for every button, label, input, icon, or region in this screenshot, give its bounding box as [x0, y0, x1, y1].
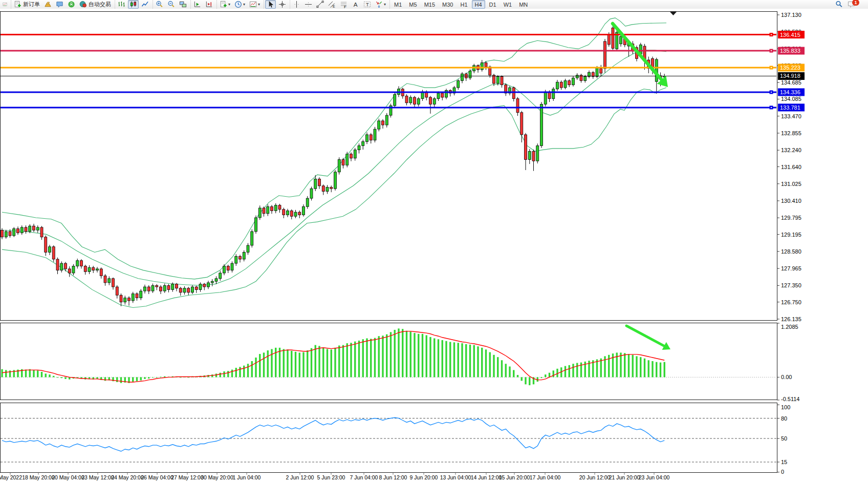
time-tick-label: 8 Jun 12:00 [379, 474, 407, 480]
time-tick-label: 7 Jun 04:00 [350, 474, 378, 480]
svg-text:E: E [333, 5, 335, 8]
clipped-chart-icon [1, 0, 9, 9]
periods-button[interactable]: ▾ [233, 0, 247, 9]
time-tick-label: 14 Jun 12:00 [471, 474, 502, 480]
zoom-out-button[interactable] [166, 0, 177, 9]
price-tick-label: 131.025 [781, 181, 801, 187]
price-tick-label: 129.795 [781, 215, 801, 221]
search-button[interactable] [834, 0, 845, 9]
price-axis: 137.130136.520135.910135.295134.685134.0… [777, 12, 801, 322]
timeframe-m15-button[interactable]: M15 [421, 0, 438, 9]
timeframe-m5-button[interactable]: M5 [406, 0, 420, 9]
new-order-button[interactable]: 新订单 [12, 0, 41, 9]
autotrading-button[interactable]: 自动交易 [78, 0, 113, 9]
bar-chart-button[interactable] [116, 0, 127, 9]
mt4-terminal: 新订单自动交易▾▾▾EFAT▾M1M5M15M30H1H4D1W1MN 1 US… [0, 0, 868, 482]
candles-icon [129, 1, 137, 8]
time-tick-label: 15 Jun 20:00 [499, 474, 530, 480]
zoomout-icon [167, 1, 175, 8]
rsi-tick-label: 50 [781, 435, 787, 442]
bars-icon [118, 1, 125, 8]
indicators-button[interactable]: ▾ [218, 0, 232, 9]
candlestick-chart-button[interactable] [128, 0, 139, 9]
time-tick-label: 20 May 04:00 [52, 474, 84, 480]
chat-icon [56, 1, 63, 8]
timeframe-w1-button[interactable]: W1 [501, 0, 515, 9]
price-tick-label: 132.240 [781, 147, 801, 153]
crosshair-button[interactable] [277, 0, 288, 9]
vertical-line-button[interactable] [291, 0, 302, 9]
svg-text:T: T [366, 2, 369, 7]
price-tick-label: 126.750 [781, 299, 801, 305]
time-tick-label: 23 May 12:00 [81, 474, 114, 480]
price-badge-133.781-text: 133.781 [780, 104, 800, 111]
timeframe-h4-button[interactable]: H4 [472, 0, 485, 9]
template-icon [249, 1, 257, 8]
price-tick-label: 134.085 [781, 96, 801, 102]
cursor-button[interactable] [265, 0, 276, 9]
toolbar-group-objects-menus: ▾▾▾ [216, 0, 263, 9]
bid-price-badge-text: 134.918 [780, 73, 800, 79]
clock-icon [234, 1, 242, 8]
chevron-down-icon: ▾ [228, 2, 230, 7]
neworder-icon [14, 1, 21, 8]
notifications-button[interactable]: 1 [846, 0, 864, 9]
shapes-icon [375, 1, 383, 8]
timeframe-mn-button[interactable]: MN [516, 0, 531, 9]
price-tick-label: 137.130 [781, 12, 801, 18]
signals-button[interactable] [66, 0, 77, 9]
price-tick-label: 131.640 [781, 164, 801, 170]
time-tick-label: 2 Jun 12:00 [286, 474, 314, 480]
new-order-button-label: 新订单 [23, 1, 40, 8]
chartshift-icon [205, 1, 213, 8]
crosshair-icon [278, 1, 286, 8]
fibo-icon: F [340, 1, 348, 8]
line-chart-button[interactable] [140, 0, 150, 9]
trendline-button[interactable] [315, 0, 326, 9]
zoom-in-button[interactable] [154, 0, 165, 9]
tile-windows-button[interactable] [178, 0, 188, 9]
toolbar-group-pointer [264, 0, 289, 9]
price-tick-label: 130.410 [781, 198, 801, 204]
timeframe-d1-button[interactable]: D1 [486, 0, 500, 9]
chart-window[interactable]: USDJPY-,H4 134.923 134.984 134.901 134.9… [0, 9, 868, 482]
toolbar-group-edge [0, 0, 10, 9]
cursor-icon [267, 1, 274, 8]
horizontal-line-button[interactable] [303, 0, 314, 9]
time-tick-label: 26 May 04:00 [141, 474, 173, 480]
templates-button[interactable]: ▾ [248, 0, 262, 9]
auto-scroll-button[interactable] [192, 0, 203, 9]
vline-icon [293, 1, 300, 8]
timeframe-m30-button[interactable]: M30 [439, 0, 456, 9]
chart-canvas[interactable]: USDJPY-,H4 134.923 134.984 134.901 134.9… [0, 9, 868, 482]
time-tick-label: 1 Jun 04:00 [233, 474, 261, 480]
gold-icon [44, 1, 52, 8]
time-tick-label: 9 Jun 20:00 [410, 474, 438, 480]
market-watch-button[interactable] [42, 0, 53, 9]
svg-text:A: A [354, 1, 358, 8]
line-icon [141, 1, 149, 8]
time-tick-label: 24 May 20:00 [111, 474, 144, 480]
chat-button[interactable] [54, 0, 65, 9]
time-tick-label: 27 May 12:00 [171, 474, 204, 480]
toolbar-group-standard: 新订单自动交易 [11, 0, 114, 9]
text-button[interactable]: A [350, 0, 361, 9]
chart-shift-button[interactable] [204, 0, 214, 9]
rsi-tick-label: 100 [781, 404, 790, 410]
fibonacci-button[interactable]: F [338, 0, 349, 9]
price-tick-label: 128.580 [781, 248, 801, 255]
timeframe-m1-button[interactable]: M1 [391, 0, 405, 9]
chevron-down-icon: ▾ [384, 2, 386, 7]
macd-tick-label: 0.00 [781, 374, 792, 380]
channel-button[interactable]: E [327, 0, 337, 9]
trend-icon [316, 1, 324, 8]
toolbar-group-chart-type [115, 0, 151, 9]
main-panel [1, 12, 777, 321]
arrows-button[interactable]: ▾ [374, 0, 387, 9]
price-tick-label: 127.965 [781, 265, 801, 271]
macd-panel [1, 323, 777, 400]
price-tick-label: 134.685 [781, 79, 801, 86]
rsi-tick-label: 80 [781, 415, 787, 422]
text-label-button[interactable]: T [362, 0, 373, 9]
timeframe-h1-button[interactable]: H1 [457, 0, 470, 9]
